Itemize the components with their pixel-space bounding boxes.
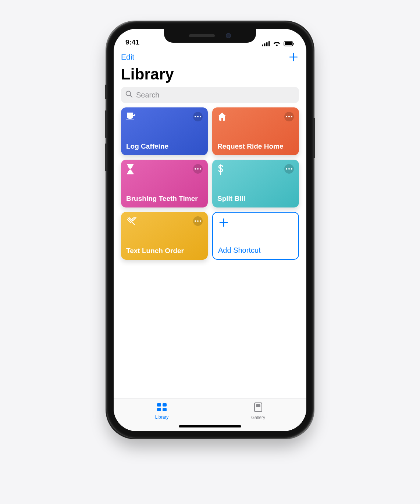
- nav-bar: Edit: [114, 47, 306, 64]
- search-field[interactable]: [121, 87, 299, 103]
- home-indicator[interactable]: [179, 425, 241, 427]
- svg-rect-5: [285, 42, 292, 45]
- tab-label: Library: [155, 415, 169, 420]
- mute-switch: [105, 85, 107, 99]
- home-icon: [217, 112, 227, 121]
- card-label: Text Lunch Order: [126, 247, 203, 255]
- status-time: 9:41: [125, 38, 139, 46]
- cup-icon: [126, 112, 136, 121]
- shortcut-card-text-lunch-order[interactable]: Text Lunch Order: [121, 212, 208, 260]
- more-button[interactable]: [193, 216, 203, 226]
- svg-rect-1: [264, 43, 266, 46]
- shortcut-card-brushing-teeth-timer[interactable]: Brushing Teeth Timer: [121, 160, 208, 207]
- cellular-icon: [262, 41, 270, 46]
- battery-icon: [284, 41, 295, 46]
- volume-down-button: [105, 143, 107, 171]
- power-button: [313, 118, 315, 158]
- add-shortcut-card[interactable]: Add Shortcut: [212, 212, 299, 260]
- more-button[interactable]: [193, 112, 203, 121]
- wifi-icon: [273, 41, 281, 46]
- svg-rect-3: [268, 41, 270, 46]
- more-button[interactable]: [284, 112, 294, 121]
- shortcut-card-request-ride-home[interactable]: Request Ride Home: [212, 107, 299, 155]
- svg-rect-9: [157, 403, 161, 407]
- svg-rect-2: [266, 42, 268, 46]
- shortcut-card-log-caffeine[interactable]: Log Caffeine: [121, 107, 208, 155]
- shortcut-card-split-bill[interactable]: Split Bill: [212, 160, 299, 207]
- svg-rect-10: [163, 403, 167, 407]
- plus-icon: [218, 217, 293, 228]
- notch: [164, 29, 256, 43]
- more-button[interactable]: [193, 164, 203, 174]
- plus-icon: [288, 52, 299, 63]
- tab-gallery[interactable]: Gallery: [210, 398, 306, 424]
- card-label: Log Caffeine: [126, 142, 203, 151]
- more-button[interactable]: [284, 164, 294, 174]
- search-input[interactable]: [135, 90, 295, 100]
- svg-rect-0: [262, 45, 263, 46]
- library-tab-icon: [156, 402, 167, 413]
- dollar-icon: [217, 164, 224, 175]
- card-label: Add Shortcut: [218, 246, 293, 255]
- svg-rect-12: [163, 408, 167, 411]
- tab-label: Gallery: [251, 415, 265, 420]
- status-right: [262, 41, 295, 46]
- edit-button[interactable]: Edit: [121, 53, 134, 61]
- svg-rect-14: [256, 404, 260, 407]
- page-title: Library: [114, 64, 306, 87]
- svg-rect-6: [293, 43, 295, 45]
- shortcuts-grid: Log Caffeine Request Ride Home: [114, 107, 306, 260]
- utensils-icon: [126, 216, 136, 227]
- svg-line-8: [130, 95, 132, 97]
- hourglass-icon: [126, 164, 134, 174]
- svg-rect-11: [157, 408, 161, 411]
- screen: 9:41 Edit Library: [114, 29, 306, 431]
- front-camera: [226, 33, 231, 38]
- card-label: Split Bill: [217, 195, 294, 203]
- volume-up-button: [105, 110, 107, 138]
- card-label: Request Ride Home: [217, 142, 294, 151]
- tab-library[interactable]: Library: [114, 398, 210, 424]
- search-icon: [125, 90, 132, 99]
- phone-frame: 9:41 Edit Library: [107, 22, 313, 438]
- speaker-grille: [189, 34, 215, 37]
- gallery-tab-icon: [254, 402, 263, 414]
- add-button[interactable]: [288, 52, 299, 63]
- card-label: Brushing Teeth Timer: [126, 195, 203, 203]
